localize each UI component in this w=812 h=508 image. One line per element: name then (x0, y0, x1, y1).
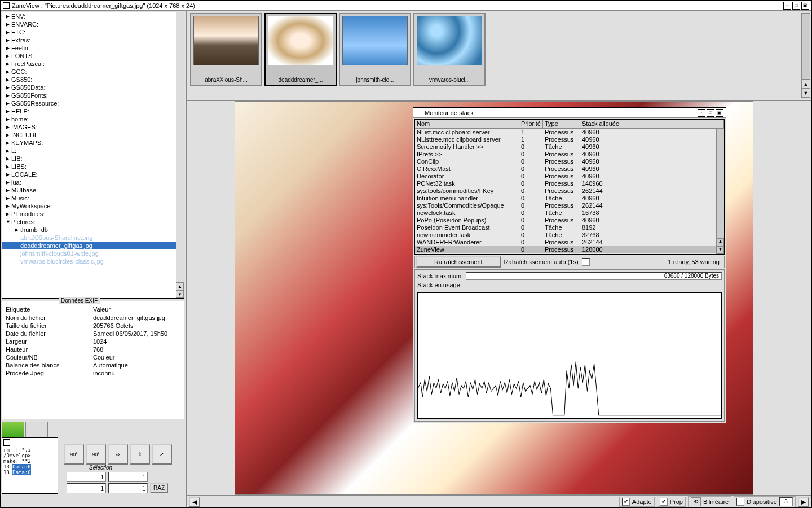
tree-item[interactable]: ▶ENVARC: (2, 20, 184, 28)
prop-checkbox[interactable]: ✔ (660, 498, 668, 506)
sel-y1[interactable] (108, 472, 148, 482)
stack-depth-button[interactable]: ▣ (716, 109, 723, 117)
tree-item[interactable]: ▶home: (2, 115, 184, 123)
col-type[interactable]: Type (543, 120, 580, 128)
col-stack[interactable]: Stack allouée (580, 120, 724, 128)
stack-info-panel: Stack maximum 63680 / 128000 Bytes Stack… (414, 269, 725, 422)
tree-item[interactable]: ▶Music: (2, 194, 184, 202)
sel-x1[interactable] (67, 472, 106, 482)
process-row[interactable]: PoPo (Poseidon Popups)0Processus40960 (415, 217, 724, 224)
tree-item[interactable]: ▶LIB: (2, 155, 184, 163)
thumbnail[interactable]: vmwaros-bluci... (413, 13, 486, 86)
stack-zoom-button[interactable]: □ (707, 109, 714, 117)
tree-item[interactable]: ▶Extras: (2, 36, 184, 44)
flip-v-button[interactable]: ⇕ (130, 444, 150, 465)
stack-monitor-window: Moniteur de stack ▫ □ ▣ Nom Priorité Typ… (413, 107, 726, 423)
thumbnail-strip: abraXXious-Sh...deadddreamer_...johnsmit… (187, 11, 811, 101)
tree-item[interactable]: vmwaros-blucircles-classic.jpg (2, 257, 184, 265)
process-row[interactable]: ConClip0Processus40960 (415, 158, 724, 165)
auto-refresh-checkbox[interactable] (582, 258, 590, 266)
thumb-scroll-down[interactable]: ▼ (801, 89, 810, 98)
refresh-button[interactable]: Rafraîchissement (416, 256, 501, 268)
tree-item[interactable]: ▼Pictures: (2, 218, 184, 226)
tree-item[interactable]: ▶L: (2, 147, 184, 155)
tree-item[interactable]: ▶GS850Data: (2, 84, 184, 91)
process-row[interactable]: Poseidon Event Broadcast0Tâche8192 (415, 224, 724, 231)
stack-window-title: Moniteur de stack (425, 110, 474, 116)
filter-cycle[interactable]: ⟲ (691, 497, 701, 506)
process-row[interactable]: NList.mcc clipboard server1Processus4096… (415, 129, 724, 136)
diapositive-checkbox[interactable] (736, 498, 744, 506)
sel-x2[interactable] (67, 483, 106, 493)
tool-tab-2[interactable] (25, 422, 48, 437)
process-row[interactable]: Screennotify Handler >>0Tâche40960 (415, 143, 724, 151)
process-table[interactable]: Nom Priorité Type Stack allouée NList.mc… (414, 119, 725, 255)
process-row[interactable]: sys:tools/commodities/FKey0Processus2621… (415, 187, 724, 195)
flip-h-button[interactable]: ⇔ (108, 444, 128, 465)
raz-button[interactable]: RAZ (150, 483, 168, 493)
tree-item[interactable]: ▶IMAGES: (2, 123, 184, 131)
prev-image-button[interactable]: ◀ (189, 497, 200, 507)
tree-item[interactable]: johnsmith-clouds01-wide.jpg (2, 249, 184, 257)
tree-item[interactable]: ▶LIBS: (2, 163, 184, 170)
adapte-checkbox[interactable]: ✔ (622, 498, 630, 506)
col-nom[interactable]: Nom (415, 120, 519, 128)
col-prio[interactable]: Priorité (519, 120, 543, 128)
terminal-gadget[interactable] (3, 439, 10, 446)
process-row[interactable]: sys:Tools/Commodities/Opaque0Processus26… (415, 202, 724, 209)
tree-item[interactable]: abraXXious-Shoreline.png (2, 234, 184, 242)
tool-tab-1[interactable] (2, 422, 24, 437)
thumb-scroll-up[interactable]: ▲ (801, 80, 810, 89)
rotate-left-button[interactable]: 90° (64, 444, 84, 465)
diapositive-seconds[interactable] (779, 497, 793, 506)
tree-item[interactable]: ▶MyWorkspace: (2, 202, 184, 210)
depth-button[interactable]: ▣ (801, 2, 809, 10)
process-row[interactable]: IPrefs >>0Processus40960 (415, 151, 724, 158)
process-row[interactable]: Decorator0Processus40960 (415, 173, 724, 180)
thumb-scrollbar[interactable]: ▲ ▼ (801, 13, 810, 98)
tree-item[interactable]: ▶KEYMAPS: (2, 139, 184, 147)
process-row[interactable]: ZuneView0Processus128000 (415, 246, 724, 253)
process-row[interactable]: C:RexxMast0Processus40960 (415, 165, 724, 173)
process-row[interactable]: PCNet32 task0Processus140960 (415, 180, 724, 187)
next-image-button[interactable]: ▶ (798, 497, 809, 507)
tree-item[interactable]: ▶GS850Resource: (2, 99, 184, 107)
stack-close-gadget[interactable] (416, 110, 422, 116)
tree-item[interactable]: ▶GCC: (2, 68, 184, 76)
ready-waiting-status: 1 ready, 53 waiting (668, 259, 723, 265)
thumbnail[interactable]: johnsmith-clo... (339, 13, 411, 86)
directory-tree[interactable]: ▶ENV:▶ENVARC:▶ETC:▶Extras:▶Feelin:▶FONTS… (2, 12, 184, 299)
tree-item[interactable]: ▶GS850: (2, 76, 184, 84)
process-scrollbar[interactable]: ▲ ▼ (716, 129, 724, 254)
tree-item[interactable]: ▶lua: (2, 178, 184, 186)
tree-item[interactable]: ▶PEmodules: (2, 210, 184, 218)
tree-item[interactable]: deadddreamer_giftgas.jpg (2, 242, 184, 249)
fit-button[interactable]: ⤢ (152, 444, 172, 465)
sel-y2[interactable] (108, 483, 148, 493)
stack-titlebar[interactable]: Moniteur de stack ▫ □ ▣ (413, 108, 726, 118)
tree-item[interactable]: ▶MUIbase: (2, 186, 184, 194)
thumbnail[interactable]: abraXXious-Sh... (190, 13, 262, 86)
thumbnail[interactable]: deadddreamer_... (264, 13, 337, 86)
close-gadget[interactable] (3, 2, 10, 9)
process-row[interactable]: newmemmeter.task0Tâche32768 (415, 231, 724, 239)
tree-item[interactable]: ▶GS850Fonts: (2, 91, 184, 99)
process-row[interactable]: WANDERER:Wanderer0Processus262144 (415, 239, 724, 246)
zoom-button[interactable]: □ (792, 2, 800, 10)
tree-item[interactable]: ▶ETC: (2, 28, 184, 36)
process-row[interactable]: NListtree.mcc clipboard server1Processus… (415, 136, 724, 143)
iconify-button[interactable]: ▫ (783, 2, 791, 10)
tree-item[interactable]: ▶FreePascal: (2, 60, 184, 68)
process-row[interactable]: newclock.task0Tâche16738 (415, 209, 724, 217)
tree-item[interactable]: ▶HELP: (2, 107, 184, 115)
tree-item[interactable]: ▶ENV: (2, 12, 184, 20)
tree-item[interactable]: ▶INCLUDE: (2, 131, 184, 139)
tree-item[interactable]: ▶thumb_db (2, 226, 184, 234)
stack-iconify-button[interactable]: ▫ (698, 109, 705, 117)
tree-item[interactable]: ▶LOCALE: (2, 170, 184, 178)
tree-item[interactable]: ▶FONTS: (2, 52, 184, 60)
rotate-right-button[interactable]: 90° (86, 444, 106, 465)
main-titlebar[interactable]: ZuneView : "Pictures:deadddreamer_giftga… (1, 1, 811, 11)
tree-item[interactable]: ▶Feelin: (2, 44, 184, 52)
process-row[interactable]: Intuition menu handler0Tâche40960 (415, 195, 724, 202)
